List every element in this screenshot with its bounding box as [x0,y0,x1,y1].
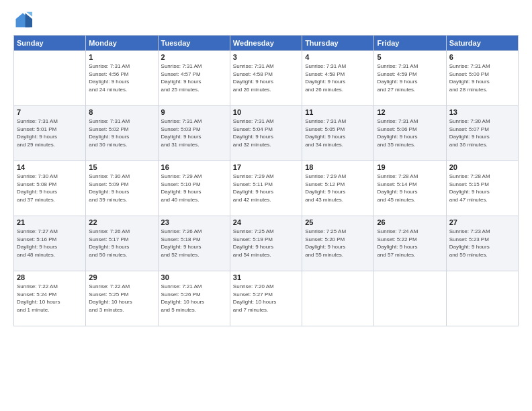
day-cell: 1Sunrise: 7:31 AM Sunset: 4:56 PM Daylig… [86,51,158,106]
day-info: Sunrise: 7:31 AM Sunset: 4:58 PM Dayligh… [305,62,371,93]
col-header-thursday: Thursday [302,36,374,51]
col-header-friday: Friday [374,36,446,51]
day-info: Sunrise: 7:29 AM Sunset: 5:10 PM Dayligh… [161,173,227,203]
day-info: Sunrise: 7:21 AM Sunset: 5:26 PM Dayligh… [161,283,227,314]
day-number: 25 [305,218,371,226]
day-info: Sunrise: 7:22 AM Sunset: 5:24 PM Dayligh… [17,283,83,314]
day-number: 26 [377,218,443,226]
day-cell: 12Sunrise: 7:31 AM Sunset: 5:06 PM Dayli… [374,106,446,161]
day-info: Sunrise: 7:26 AM Sunset: 5:17 PM Dayligh… [89,228,154,259]
day-number: 5 [377,53,443,61]
day-cell: 2Sunrise: 7:31 AM Sunset: 4:57 PM Daylig… [158,51,230,106]
day-info: Sunrise: 7:31 AM Sunset: 4:57 PM Dayligh… [161,62,227,93]
day-cell: 21Sunrise: 7:27 AM Sunset: 5:16 PM Dayli… [14,216,86,271]
day-cell: 27Sunrise: 7:23 AM Sunset: 5:23 PM Dayli… [446,216,518,271]
day-cell: 20Sunrise: 7:28 AM Sunset: 5:15 PM Dayli… [446,161,518,216]
day-info: Sunrise: 7:29 AM Sunset: 5:12 PM Dayligh… [305,173,371,203]
day-info: Sunrise: 7:25 AM Sunset: 5:19 PM Dayligh… [233,228,299,259]
day-cell: 14Sunrise: 7:30 AM Sunset: 5:08 PM Dayli… [14,161,86,216]
header [13,11,519,30]
day-number: 28 [17,273,83,281]
day-number: 24 [233,218,299,226]
day-info: Sunrise: 7:31 AM Sunset: 5:06 PM Dayligh… [377,118,443,148]
logo [13,11,35,30]
day-number: 9 [161,108,227,116]
day-cell: 18Sunrise: 7:29 AM Sunset: 5:12 PM Dayli… [302,161,374,216]
day-info: Sunrise: 7:31 AM Sunset: 5:05 PM Dayligh… [305,118,371,148]
day-info: Sunrise: 7:20 AM Sunset: 5:27 PM Dayligh… [233,283,299,314]
day-info: Sunrise: 7:31 AM Sunset: 5:03 PM Dayligh… [161,118,227,148]
day-cell: 29Sunrise: 7:22 AM Sunset: 5:25 PM Dayli… [86,271,158,326]
day-number: 19 [377,163,443,171]
day-number: 12 [377,108,443,116]
week-row-1: 7Sunrise: 7:31 AM Sunset: 5:01 PM Daylig… [14,106,519,161]
day-info: Sunrise: 7:31 AM Sunset: 4:58 PM Dayligh… [233,62,299,93]
day-cell: 11Sunrise: 7:31 AM Sunset: 5:05 PM Dayli… [302,106,374,161]
day-info: Sunrise: 7:22 AM Sunset: 5:25 PM Dayligh… [89,283,154,314]
day-number: 29 [89,273,154,281]
day-number: 31 [233,273,299,281]
day-cell: 6Sunrise: 7:31 AM Sunset: 5:00 PM Daylig… [446,51,518,106]
day-cell: 9Sunrise: 7:31 AM Sunset: 5:03 PM Daylig… [158,106,230,161]
day-cell: 25Sunrise: 7:25 AM Sunset: 5:20 PM Dayli… [302,216,374,271]
page: SundayMondayTuesdayWednesdayThursdayFrid… [0,0,532,411]
day-info: Sunrise: 7:28 AM Sunset: 5:14 PM Dayligh… [377,173,443,203]
day-cell: 24Sunrise: 7:25 AM Sunset: 5:19 PM Dayli… [230,216,302,271]
day-cell: 31Sunrise: 7:20 AM Sunset: 5:27 PM Dayli… [230,271,302,326]
day-number: 15 [89,163,154,171]
day-number: 21 [17,218,83,226]
day-info: Sunrise: 7:30 AM Sunset: 5:08 PM Dayligh… [17,173,83,203]
day-info: Sunrise: 7:25 AM Sunset: 5:20 PM Dayligh… [305,228,371,259]
day-number: 14 [17,163,83,171]
day-cell: 16Sunrise: 7:29 AM Sunset: 5:10 PM Dayli… [158,161,230,216]
day-info: Sunrise: 7:31 AM Sunset: 5:02 PM Dayligh… [89,118,154,148]
day-cell [302,271,374,326]
day-number: 13 [449,108,515,116]
day-info: Sunrise: 7:24 AM Sunset: 5:22 PM Dayligh… [377,228,443,259]
day-cell [374,271,446,326]
day-info: Sunrise: 7:26 AM Sunset: 5:18 PM Dayligh… [161,228,227,259]
day-number: 30 [161,273,227,281]
day-cell: 28Sunrise: 7:22 AM Sunset: 5:24 PM Dayli… [14,271,86,326]
day-info: Sunrise: 7:31 AM Sunset: 5:01 PM Dayligh… [17,118,83,148]
col-header-saturday: Saturday [446,36,518,51]
day-cell [14,51,86,106]
day-cell: 15Sunrise: 7:30 AM Sunset: 5:09 PM Dayli… [86,161,158,216]
day-cell [446,271,518,326]
day-cell: 23Sunrise: 7:26 AM Sunset: 5:18 PM Dayli… [158,216,230,271]
day-number: 23 [161,218,227,226]
day-cell: 10Sunrise: 7:31 AM Sunset: 5:04 PM Dayli… [230,106,302,161]
col-header-wednesday: Wednesday [230,36,302,51]
day-info: Sunrise: 7:30 AM Sunset: 5:07 PM Dayligh… [449,118,515,148]
day-number: 16 [161,163,227,171]
week-row-0: 1Sunrise: 7:31 AM Sunset: 4:56 PM Daylig… [14,51,519,106]
day-cell: 19Sunrise: 7:28 AM Sunset: 5:14 PM Dayli… [374,161,446,216]
week-row-4: 28Sunrise: 7:22 AM Sunset: 5:24 PM Dayli… [14,271,519,326]
day-number: 1 [89,53,154,61]
calendar-table: SundayMondayTuesdayWednesdayThursdayFrid… [13,35,519,326]
day-cell: 26Sunrise: 7:24 AM Sunset: 5:22 PM Dayli… [374,216,446,271]
day-info: Sunrise: 7:30 AM Sunset: 5:09 PM Dayligh… [89,173,154,203]
col-header-monday: Monday [86,36,158,51]
day-number: 27 [449,218,515,226]
day-cell: 13Sunrise: 7:30 AM Sunset: 5:07 PM Dayli… [446,106,518,161]
day-number: 6 [449,53,515,61]
day-info: Sunrise: 7:28 AM Sunset: 5:15 PM Dayligh… [449,173,515,203]
day-cell: 22Sunrise: 7:26 AM Sunset: 5:17 PM Dayli… [86,216,158,271]
day-cell: 30Sunrise: 7:21 AM Sunset: 5:26 PM Dayli… [158,271,230,326]
day-cell: 8Sunrise: 7:31 AM Sunset: 5:02 PM Daylig… [86,106,158,161]
header-row: SundayMondayTuesdayWednesdayThursdayFrid… [14,36,519,51]
day-number: 4 [305,53,371,61]
day-info: Sunrise: 7:31 AM Sunset: 5:04 PM Dayligh… [233,118,299,148]
day-cell: 3Sunrise: 7:31 AM Sunset: 4:58 PM Daylig… [230,51,302,106]
day-number: 10 [233,108,299,116]
col-header-sunday: Sunday [14,36,86,51]
day-number: 2 [161,53,227,61]
day-info: Sunrise: 7:27 AM Sunset: 5:16 PM Dayligh… [17,228,83,259]
day-info: Sunrise: 7:31 AM Sunset: 5:00 PM Dayligh… [449,62,515,93]
day-number: 8 [89,108,154,116]
week-row-2: 14Sunrise: 7:30 AM Sunset: 5:08 PM Dayli… [14,161,519,216]
day-number: 18 [305,163,371,171]
day-number: 22 [89,218,154,226]
logo-icon [13,11,32,30]
